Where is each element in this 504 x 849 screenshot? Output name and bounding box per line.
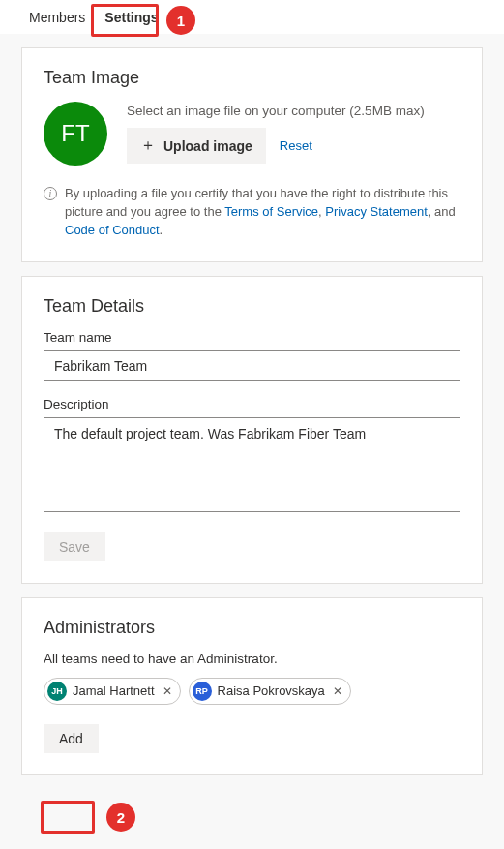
admin-name: Raisa Pokrovskaya [218, 683, 325, 698]
remove-admin-icon[interactable]: ✕ [161, 684, 174, 698]
remove-admin-icon[interactable]: ✕ [331, 684, 344, 698]
upload-row: ＋ Upload image Reset [127, 128, 425, 164]
team-image-right: Select an image file on your computer (2… [127, 104, 425, 164]
team-name-input[interactable] [44, 350, 460, 381]
info-icon: i [44, 187, 57, 200]
avatar: JH [47, 682, 67, 701]
tabs-bar: Members Settings [0, 0, 504, 34]
team-image-title: Team Image [44, 68, 460, 88]
tab-members[interactable]: Members [21, 0, 93, 33]
administrators-helper: All teams need to have an Administrator. [44, 652, 460, 666]
team-image-row: FT Select an image file on your computer… [44, 102, 460, 166]
admin-name: Jamal Hartnett [73, 683, 155, 698]
save-button[interactable]: Save [44, 532, 105, 561]
reset-link[interactable]: Reset [280, 138, 312, 153]
admin-chip: JH Jamal Hartnett ✕ [44, 678, 181, 705]
avatar: RP [193, 682, 212, 701]
admin-chip: RP Raisa Pokrovskaya ✕ [189, 678, 351, 705]
team-name-label: Team name [44, 330, 460, 345]
description-label: Description [44, 397, 460, 411]
administrators-card: Administrators All teams need to have an… [21, 597, 483, 775]
description-textarea[interactable]: The default project team. Was Fabrikam F… [44, 417, 460, 512]
team-image-card: Team Image FT Select an image file on yo… [21, 47, 483, 262]
callout-box-2 [41, 801, 95, 834]
upload-image-button[interactable]: ＋ Upload image [127, 128, 266, 164]
upload-image-label: Upload image [163, 138, 252, 154]
team-details-title: Team Details [44, 296, 460, 317]
upload-legal-text: By uploading a file you certify that you… [65, 185, 460, 240]
upload-helper-text: Select an image file on your computer (2… [127, 104, 425, 118]
team-avatar: FT [44, 102, 107, 166]
administrator-chips: JH Jamal Hartnett ✕ RP Raisa Pokrovskaya… [44, 678, 460, 705]
code-of-conduct-link[interactable]: Code of Conduct [65, 223, 160, 237]
team-details-card: Team Details Team name Description The d… [21, 276, 483, 584]
privacy-statement-link[interactable]: Privacy Statement [325, 204, 428, 219]
upload-legal-row: i By uploading a file you certify that y… [44, 185, 460, 240]
callout-circle-2: 2 [106, 803, 135, 832]
add-administrator-button[interactable]: Add [44, 724, 99, 753]
tab-settings[interactable]: Settings [97, 0, 165, 33]
terms-of-service-link[interactable]: Terms of Service [224, 204, 318, 219]
plus-icon: ＋ [140, 136, 156, 156]
administrators-title: Administrators [44, 618, 460, 638]
